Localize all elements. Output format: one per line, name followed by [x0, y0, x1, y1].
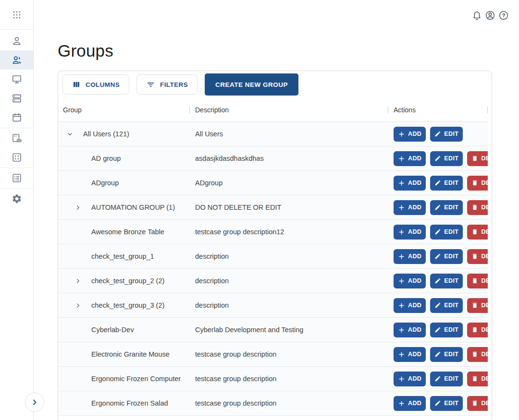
edit-button[interactable]: EDIT	[430, 372, 463, 386]
table-row[interactable]: Cyberlab-Dev Cyberlab Development and Te…	[58, 318, 488, 342]
delete-button[interactable]: DELETE	[467, 176, 488, 191]
description-cell: asdasjkdasdhaskdhas	[190, 154, 388, 163]
pencil-icon	[434, 155, 441, 162]
apps-grid-icon	[12, 10, 22, 20]
add-button[interactable]: ADD	[394, 225, 426, 240]
delete-button[interactable]: DELETE	[467, 372, 488, 386]
sidebar-item-settings[interactable]	[0, 189, 33, 208]
table-row[interactable]: check_test_group_3 (2) description ADD E…	[58, 293, 488, 318]
edit-button[interactable]: EDIT	[430, 176, 463, 191]
table-row[interactable]: AUTOMATION GROUP (1) DO NOT DELETE OR ED…	[58, 195, 488, 220]
expand-toggle[interactable]	[72, 202, 84, 213]
sidebar-item-monitor[interactable]	[0, 70, 33, 89]
groups-card: COLUMNS FILTERS CREATE NEW GROUP Group D…	[58, 71, 492, 420]
table-row[interactable]: ADgroup ADgroup ADD EDIT DEL	[58, 171, 488, 195]
table-row[interactable]: check_test_group_2 (2) description ADD E…	[58, 269, 488, 293]
add-button[interactable]: ADD	[394, 274, 426, 288]
delete-button[interactable]: DELETE	[467, 200, 488, 215]
table-row[interactable]: Electronic Granite Mouse testcase group …	[58, 342, 488, 367]
columns-icon	[72, 80, 81, 89]
column-header-group[interactable]: Group	[58, 98, 190, 121]
pencil-icon	[434, 326, 441, 333]
expand-toggle[interactable]	[72, 275, 84, 287]
plus-icon	[398, 180, 405, 187]
create-new-group-button[interactable]: CREATE NEW GROUP	[205, 73, 298, 96]
edit-button[interactable]: EDIT	[430, 323, 463, 337]
add-button[interactable]: ADD	[394, 347, 426, 362]
group-cell: check_test_group_3 (2)	[58, 300, 190, 311]
expand-toggle[interactable]	[64, 128, 75, 140]
edit-button-label: EDIT	[444, 253, 458, 260]
sidebar-item-calendar[interactable]	[0, 108, 33, 127]
trash-icon	[471, 155, 478, 162]
table-row[interactable]: check_test_group_1 description ADD EDIT	[58, 244, 488, 269]
sidebar-item-person[interactable]	[0, 31, 33, 50]
add-button[interactable]: ADD	[394, 151, 426, 166]
table-row[interactable]: AD group asdasjkdasdhaskdhas ADD EDIT	[58, 146, 488, 171]
pencil-icon	[434, 228, 441, 235]
plus-icon	[398, 351, 405, 358]
column-header-description[interactable]: Description	[190, 98, 388, 121]
edit-button-label: EDIT	[444, 155, 458, 162]
delete-button[interactable]: DELETE	[467, 396, 488, 411]
add-button[interactable]: ADD	[394, 323, 426, 337]
add-button[interactable]: ADD	[394, 176, 426, 191]
delete-button[interactable]: DELETE	[467, 225, 488, 240]
sidebar-item-groups[interactable]	[0, 50, 33, 70]
add-button[interactable]: ADD	[394, 396, 426, 411]
add-button[interactable]: ADD	[394, 249, 426, 264]
edit-button[interactable]: EDIT	[430, 396, 463, 411]
sidebar-item-device-link[interactable]	[0, 129, 33, 148]
edit-button[interactable]: EDIT	[430, 200, 463, 215]
sidebar-expand-button[interactable]	[25, 393, 44, 412]
add-button[interactable]: ADD	[394, 127, 426, 142]
add-button[interactable]: ADD	[394, 372, 426, 386]
add-button[interactable]: ADD	[394, 200, 426, 215]
sidebar-item-list[interactable]	[0, 168, 33, 188]
column-header-actions[interactable]: Actions	[388, 98, 488, 121]
columns-button[interactable]: COLUMNS	[62, 74, 129, 95]
app-launcher-button[interactable]	[0, 0, 33, 30]
description-cell: testcase group description	[190, 374, 388, 383]
edit-button[interactable]: EDIT	[430, 151, 463, 166]
actions-cell: ADD EDIT DELETE	[388, 298, 488, 313]
edit-button[interactable]: EDIT	[430, 225, 463, 240]
filters-button-label: FILTERS	[160, 81, 188, 88]
account-button[interactable]	[483, 9, 497, 22]
sidebar-item-apps-window[interactable]	[0, 148, 33, 167]
group-cell: AD group	[58, 153, 190, 164]
group-name: check_test_group_2 (2)	[91, 277, 164, 285]
group-cell: All Users (121)	[58, 128, 190, 140]
table-row[interactable]: Ergonomic Frozen Salad testcase group de…	[58, 391, 488, 416]
delete-button[interactable]: DELETE	[467, 298, 488, 313]
chevron-down-icon	[66, 130, 74, 138]
filters-button[interactable]: FILTERS	[136, 74, 198, 95]
delete-button[interactable]: DELETE	[467, 347, 488, 362]
edit-button[interactable]: EDIT	[430, 249, 463, 264]
table-row[interactable]: All Users (121) All Users ADD EDIT	[58, 122, 488, 146]
table-row[interactable]: Ergonomic Frozen Computer testcase group…	[58, 367, 488, 391]
delete-button[interactable]: DELETE	[467, 274, 488, 288]
edit-button[interactable]: EDIT	[430, 298, 463, 313]
sidebar-item-storage[interactable]	[0, 89, 33, 108]
expand-toggle[interactable]	[72, 300, 84, 311]
add-button[interactable]: ADD	[394, 298, 426, 313]
edit-button[interactable]: EDIT	[430, 274, 463, 288]
chevron-right-icon	[30, 398, 39, 407]
expand-toggle	[72, 177, 84, 189]
delete-button[interactable]: DELETE	[467, 151, 488, 166]
delete-button[interactable]: DELETE	[467, 323, 488, 337]
pencil-icon	[434, 375, 441, 382]
notifications-button[interactable]	[470, 9, 483, 22]
group-name: Cyberlab-Dev	[91, 326, 134, 334]
help-button[interactable]: ?	[497, 9, 510, 22]
group-description: description	[195, 277, 229, 285]
delete-button[interactable]: DELETE	[467, 249, 488, 264]
edit-button-label: EDIT	[444, 180, 458, 186]
table-body: All Users (121) All Users ADD EDIT	[58, 122, 488, 416]
edit-button[interactable]: EDIT	[430, 127, 463, 142]
delete-button-label: DELETE	[481, 400, 488, 407]
add-button-label: ADD	[408, 253, 421, 260]
edit-button[interactable]: EDIT	[430, 347, 463, 362]
table-row[interactable]: Awesome Bronze Table testcase group desc…	[58, 220, 488, 244]
